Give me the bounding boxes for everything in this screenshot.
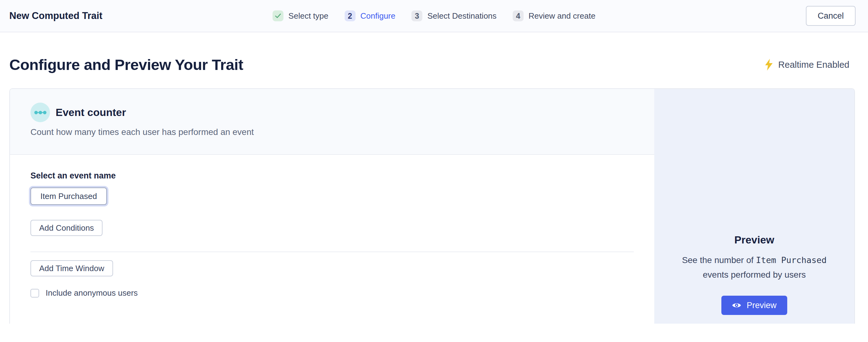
preview-text-prefix: See the number of: [682, 255, 756, 265]
step-review-create[interactable]: 4 Review and create: [513, 10, 595, 22]
event-name-label: Select an event name: [30, 171, 634, 181]
step-number-badge: 3: [412, 10, 423, 22]
heading-row: Configure and Preview Your Trait Realtim…: [0, 56, 868, 74]
preview-button[interactable]: Preview: [721, 296, 787, 315]
step-label: Select Destinations: [428, 11, 497, 21]
step-label: Configure: [360, 11, 396, 21]
counter-dots-icon: [34, 110, 46, 115]
include-anonymous-checkbox[interactable]: [30, 289, 39, 297]
config-form: Select an event name Item Purchased Add …: [10, 155, 654, 324]
preview-button-label: Preview: [747, 301, 776, 310]
check-icon: [275, 14, 281, 18]
step-number-badge: 4: [513, 10, 524, 22]
lightning-bolt-icon: [765, 59, 773, 70]
include-anonymous-label: Include anonymous users: [46, 288, 137, 298]
realtime-label: Realtime Enabled: [778, 60, 849, 70]
step-number-badge: 2: [344, 10, 355, 22]
anonymous-users-row: Include anonymous users: [30, 288, 634, 298]
window-title: New Computed Trait: [9, 10, 102, 22]
top-bar: New Computed Trait Select type 2 Configu…: [0, 0, 868, 32]
trait-config-card: Event counter Count how many times each …: [9, 88, 855, 324]
realtime-status: Realtime Enabled: [765, 59, 849, 70]
trait-type-title: Event counter: [56, 106, 126, 118]
step-select-type[interactable]: Select type: [273, 10, 329, 22]
wizard-stepper: Select type 2 Configure 3 Select Destina…: [273, 10, 595, 22]
step-configure[interactable]: 2 Configure: [344, 10, 396, 22]
event-counter-icon: [30, 103, 50, 122]
step-done-badge: [273, 10, 283, 22]
trait-type-header: Event counter Count how many times each …: [10, 89, 654, 155]
config-column: Event counter Count how many times each …: [10, 89, 654, 324]
preview-description: See the number of Item Purchased events …: [671, 253, 838, 282]
step-select-destinations[interactable]: 3 Select Destinations: [412, 10, 497, 22]
add-time-window-button[interactable]: Add Time Window: [30, 260, 113, 276]
page-title: Configure and Preview Your Trait: [9, 56, 243, 74]
trait-type-description: Count how many times each user has perfo…: [30, 127, 634, 137]
preview-heading: Preview: [735, 234, 774, 246]
preview-panel: Preview See the number of Item Purchased…: [654, 89, 854, 324]
step-label: Review and create: [528, 11, 595, 21]
step-label: Select type: [288, 11, 329, 21]
preview-text-suffix: events performed by users: [703, 270, 806, 280]
add-conditions-button[interactable]: Add Conditions: [30, 220, 102, 236]
cancel-button[interactable]: Cancel: [806, 6, 856, 26]
preview-event-name: Item Purchased: [756, 255, 827, 265]
eye-icon: [732, 302, 741, 309]
event-name-select[interactable]: Item Purchased: [30, 188, 107, 205]
